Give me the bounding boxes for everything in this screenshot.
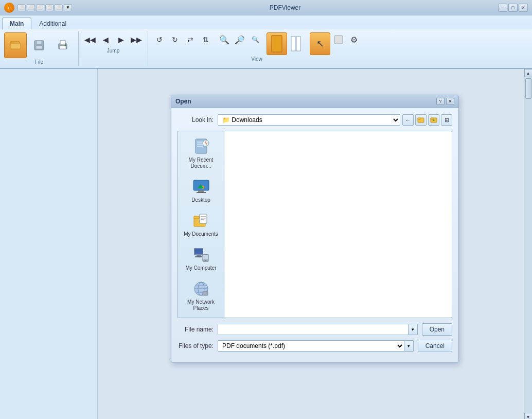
nav-back-button[interactable]: ← — [402, 114, 414, 126]
rotate-left-button[interactable]: ↺ — [152, 32, 167, 47]
open-file-button[interactable]: Open — [422, 323, 452, 336]
dialog-help-button[interactable]: ? — [436, 98, 445, 105]
next-page-button[interactable]: ▶ — [114, 32, 128, 47]
dialog-titlebar: Open ? ✕ — [171, 95, 458, 108]
look-in-row: Look in: 📁 Downloads ← — [178, 114, 452, 126]
minimize-button[interactable]: ─ — [498, 4, 507, 12]
cancel-button[interactable]: Cancel — [418, 340, 452, 352]
svg-rect-33 — [194, 216, 199, 219]
tab-main[interactable]: Main — [2, 18, 31, 29]
computer-icon — [192, 246, 210, 264]
ribbon-tabs: Main Additional — [0, 15, 532, 29]
ribbon-group-view: ↺ ↻ ⇄ ⇅ 🔍 🔎 🔎 ↖ ⚙ — [148, 31, 365, 66]
file-type-input-group: PDF documents (*.pdf) ▼ — [218, 340, 414, 352]
flip-v-button[interactable]: ⇅ — [199, 32, 213, 47]
svg-rect-35 — [201, 216, 206, 217]
svg-rect-13 — [291, 37, 295, 51]
vertical-scrollbar: ▲ ▼ — [524, 69, 532, 419]
documents-icon — [192, 212, 210, 230]
open-dialog: Open ? ✕ Look in: 📁 Downloads — [171, 95, 459, 363]
dialog-title: Open — [175, 98, 191, 105]
book-view-button[interactable] — [288, 32, 304, 55]
svg-rect-36 — [201, 218, 206, 219]
page-view-button[interactable] — [267, 32, 287, 55]
svg-point-11 — [65, 45, 66, 46]
file-type-select[interactable]: PDF documents (*.pdf) — [218, 340, 404, 352]
file-type-label: Files of type: — [178, 342, 214, 350]
look-in-select[interactable]: 📁 Downloads — [218, 114, 400, 126]
svg-rect-34 — [200, 214, 207, 223]
tb-btn-5[interactable]: ⬜ — [55, 4, 63, 11]
svg-rect-43 — [203, 255, 208, 259]
computer-shortcut[interactable]: My Computer — [181, 243, 222, 273]
file-name-dropdown[interactable]: ▼ — [409, 324, 418, 335]
app-title: PDFViewer — [270, 4, 300, 11]
svg-rect-14 — [296, 37, 300, 51]
settings-button[interactable]: ⚙ — [347, 32, 361, 47]
tb-btn-3[interactable]: ⬜ — [36, 4, 44, 11]
file-buttons — [4, 32, 74, 58]
scroll-down-button[interactable]: ▼ — [524, 413, 533, 419]
main-area: Open ? ✕ Look in: 📁 Downloads — [0, 69, 532, 419]
network-shortcut[interactable]: My Network Places — [181, 277, 222, 313]
tb-btn-2[interactable]: ⬜ — [27, 4, 35, 11]
zoom-out-button[interactable]: 🔎 — [248, 32, 262, 47]
svg-rect-12 — [272, 36, 282, 52]
jump-group-label: Jump — [107, 48, 119, 54]
view-toggle-button[interactable]: ⊞ — [441, 114, 452, 126]
svg-point-44 — [205, 260, 206, 261]
svg-rect-39 — [194, 249, 203, 254]
first-page-button[interactable]: ◀◀ — [83, 32, 97, 47]
file-list-area[interactable] — [224, 131, 452, 318]
svg-rect-9 — [60, 41, 65, 45]
open-button[interactable] — [4, 32, 27, 58]
dialog-close-button[interactable]: ✕ — [446, 98, 454, 105]
tab-additional[interactable]: Additional — [31, 18, 74, 29]
file-name-row: File name: ▼ Open — [178, 323, 452, 336]
look-in-toolbar: ← + ⊞ — [402, 114, 452, 126]
rotate-right-button[interactable]: ↻ — [168, 32, 182, 47]
view-group-label: View — [251, 56, 262, 62]
file-type-dropdown[interactable]: ▼ — [404, 340, 414, 352]
ribbon-group-file: File — [0, 31, 79, 66]
file-name-input[interactable] — [218, 324, 409, 335]
close-button[interactable]: ✕ — [519, 4, 528, 12]
hand-tool-button[interactable] — [331, 32, 346, 47]
recent-docs-icon — [192, 137, 210, 156]
print-button[interactable] — [51, 32, 74, 58]
last-page-button[interactable]: ▶▶ — [129, 32, 144, 47]
up-folder-button[interactable]: + — [428, 114, 439, 126]
desktop-shortcut[interactable]: Desktop — [181, 176, 222, 205]
recent-docs-shortcut[interactable]: My Recent Docum... — [181, 135, 222, 171]
tb-btn-4[interactable]: ⬜ — [45, 4, 54, 11]
scroll-track[interactable] — [524, 77, 532, 413]
svg-rect-41 — [195, 256, 202, 257]
scroll-up-button[interactable]: ▲ — [524, 69, 533, 77]
tb-btn-1[interactable]: ⬜ — [17, 4, 26, 11]
zoom-in-button[interactable]: 🔍 — [217, 32, 232, 47]
zoom-fit-button[interactable]: 🔎 — [233, 32, 247, 47]
app-icon: P — [4, 3, 14, 13]
svg-rect-37 — [201, 219, 204, 220]
documents-shortcut[interactable]: My Documents — [181, 210, 222, 239]
svg-rect-15 — [334, 36, 343, 44]
new-folder-button[interactable] — [415, 114, 427, 126]
maximize-button[interactable]: □ — [508, 4, 518, 12]
tb-btn-6[interactable]: ▼ — [64, 4, 72, 11]
titlebar: P ⬜ ⬜ ⬜ ⬜ ⬜ ▼ PDFViewer ─ □ ✕ — [0, 0, 532, 15]
cursor-button[interactable]: ↖ — [310, 32, 330, 55]
content-area: Open ? ✕ Look in: 📁 Downloads — [98, 69, 532, 419]
svg-rect-29 — [197, 192, 206, 193]
scroll-thumb[interactable] — [525, 78, 531, 99]
ribbon: Main Additional File ◀◀ ◀ — [0, 15, 532, 69]
svg-rect-6 — [37, 41, 42, 44]
file-type-row: Files of type: PDF documents (*.pdf) ▼ C… — [178, 340, 452, 352]
svg-text:+: + — [433, 118, 435, 122]
prev-page-button[interactable]: ◀ — [98, 32, 113, 47]
svg-text:P: P — [8, 6, 11, 10]
flip-h-button[interactable]: ⇄ — [183, 32, 198, 47]
file-group-label: File — [35, 59, 43, 65]
save-button[interactable] — [28, 32, 50, 58]
dialog-controls: ? ✕ — [436, 98, 454, 105]
sidebar-panel — [0, 69, 98, 419]
